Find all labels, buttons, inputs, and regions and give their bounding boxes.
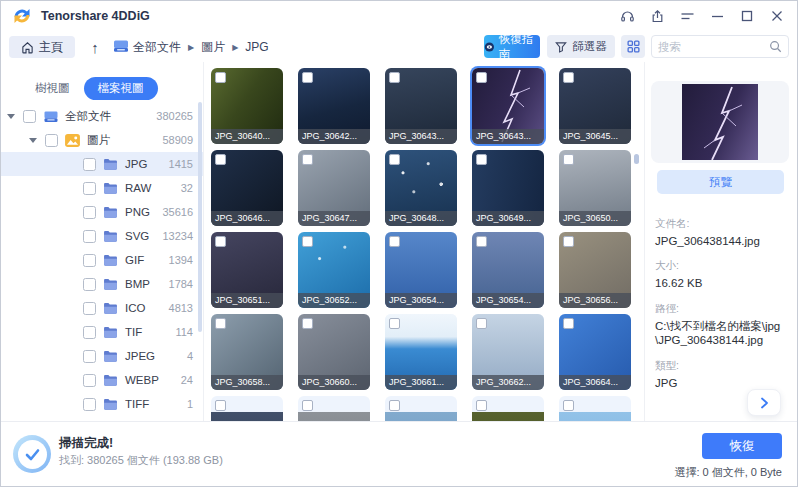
file-card[interactable]: JPG_30654... (385, 232, 457, 308)
file-card[interactable]: JPG_30642... (298, 68, 370, 144)
file-card[interactable] (211, 396, 283, 421)
file-checkbox[interactable] (476, 154, 487, 165)
file-card[interactable]: JPG_30640... (211, 68, 283, 144)
file-card[interactable] (298, 396, 370, 421)
file-checkbox[interactable] (563, 318, 574, 329)
tree-item-svg[interactable]: SVG13234 (1, 224, 203, 248)
file-card[interactable]: JPG_30662... (472, 314, 544, 390)
file-checkbox[interactable] (389, 72, 400, 83)
file-card[interactable]: JPG_30651... (211, 232, 283, 308)
file-checkbox[interactable] (215, 236, 226, 247)
home-button[interactable]: 主頁 (9, 36, 75, 58)
tree-checkbox[interactable] (83, 158, 96, 171)
tree-item-tiff[interactable]: TIFF1 (1, 392, 203, 416)
tree-checkbox[interactable] (83, 302, 96, 315)
file-checkbox[interactable] (302, 318, 313, 329)
file-card[interactable] (559, 396, 631, 421)
search-icon[interactable] (769, 40, 782, 53)
file-card[interactable]: JPG_30650... (559, 150, 631, 226)
tree-checkbox[interactable] (83, 326, 96, 339)
close-button[interactable] (765, 4, 789, 28)
tab-file-view[interactable]: 檔案視圖 (84, 77, 158, 100)
tree-item-jpeg[interactable]: JPEG4 (1, 344, 203, 368)
next-page-button[interactable] (747, 389, 781, 416)
search-input[interactable] (658, 41, 769, 53)
file-card[interactable]: JPG_30654... (472, 232, 544, 308)
file-checkbox[interactable] (215, 154, 226, 165)
tree-checkbox[interactable] (83, 206, 96, 219)
support-headset-icon[interactable] (615, 4, 639, 28)
tree-checkbox[interactable] (45, 134, 58, 147)
tree-item-gif[interactable]: GIF1394 (1, 248, 203, 272)
file-card[interactable]: JPG_30647... (298, 150, 370, 226)
tab-tree-view[interactable]: 樹視圖 (21, 77, 84, 100)
file-checkbox[interactable] (215, 400, 226, 411)
preview-button[interactable]: 預覽 (657, 170, 784, 194)
tree-item-ico[interactable]: ICO4813 (1, 296, 203, 320)
file-checkbox[interactable] (302, 154, 313, 165)
tree-item-pictures[interactable]: 圖片58909 (1, 128, 203, 152)
file-card[interactable]: JPG_30646... (211, 150, 283, 226)
file-card[interactable]: JPG_30652... (298, 232, 370, 308)
tree-checkbox[interactable] (83, 350, 96, 363)
minimize-button[interactable] (705, 4, 729, 28)
grid-scrollbar[interactable] (634, 154, 639, 164)
file-card[interactable]: JPG_30661... (385, 314, 457, 390)
file-checkbox[interactable] (563, 154, 574, 165)
file-card[interactable]: JPG_30648... (385, 150, 457, 226)
file-checkbox[interactable] (389, 236, 400, 247)
file-checkbox[interactable] (215, 318, 226, 329)
file-card[interactable]: JPG_30660... (298, 314, 370, 390)
file-card[interactable]: JPG_30643... (385, 68, 457, 144)
file-checkbox[interactable] (563, 72, 574, 83)
file-checkbox[interactable] (215, 72, 226, 83)
file-checkbox[interactable] (563, 236, 574, 247)
file-card[interactable] (385, 396, 457, 421)
file-card[interactable]: JPG_30658... (211, 314, 283, 390)
navigate-up-button[interactable]: ↑ (85, 36, 105, 58)
tree-item-bmp[interactable]: BMP1784 (1, 272, 203, 296)
breadcrumb-all-files[interactable]: 全部文件 (133, 39, 181, 56)
maximize-button[interactable] (735, 4, 759, 28)
file-card[interactable]: JPG_30645... (559, 68, 631, 144)
tree-checkbox[interactable] (83, 182, 96, 195)
breadcrumb-jpg[interactable]: JPG (245, 40, 268, 54)
menu-icon[interactable] (675, 4, 699, 28)
file-card[interactable]: JPG_30649... (472, 150, 544, 226)
recovery-guide-button[interactable]: 恢復指南 (484, 35, 540, 58)
tree-checkbox[interactable] (23, 110, 36, 123)
file-checkbox[interactable] (563, 400, 574, 411)
tree-checkbox[interactable] (83, 374, 96, 387)
file-checkbox[interactable] (476, 72, 487, 83)
recover-button[interactable]: 恢復 (702, 433, 782, 459)
tree-item-png[interactable]: PNG35616 (1, 200, 203, 224)
filter-button[interactable]: 篩選器 (547, 35, 615, 58)
file-checkbox[interactable] (302, 236, 313, 247)
tree-checkbox[interactable] (83, 230, 96, 243)
file-checkbox[interactable] (302, 72, 313, 83)
file-checkbox[interactable] (476, 236, 487, 247)
share-icon[interactable] (645, 4, 669, 28)
caret-down-icon[interactable] (29, 137, 37, 143)
tree-item-all-files[interactable]: 全部文件380265 (1, 104, 203, 128)
file-card[interactable] (472, 396, 544, 421)
file-checkbox[interactable] (476, 318, 487, 329)
tree-item-jpg[interactable]: JPG1415 (1, 152, 203, 176)
tree-checkbox[interactable] (83, 278, 96, 291)
file-card[interactable]: JPG_30656... (559, 232, 631, 308)
tree-item-tif[interactable]: TIF114 (1, 320, 203, 344)
tree-checkbox[interactable] (83, 398, 96, 411)
file-checkbox[interactable] (302, 400, 313, 411)
caret-down-icon[interactable] (7, 113, 15, 119)
file-checkbox[interactable] (389, 400, 400, 411)
tree-item-raw[interactable]: RAW32 (1, 176, 203, 200)
file-card[interactable]: JPG_30643... (472, 68, 544, 144)
sidebar-scrollbar[interactable] (198, 102, 202, 332)
file-checkbox[interactable] (389, 154, 400, 165)
tree-checkbox[interactable] (83, 254, 96, 267)
grid-view-button[interactable] (621, 35, 645, 58)
file-card[interactable]: JPG_30664... (559, 314, 631, 390)
file-checkbox[interactable] (389, 318, 400, 329)
tree-item-webp[interactable]: WEBP24 (1, 368, 203, 392)
breadcrumb-pictures[interactable]: 圖片 (201, 39, 225, 56)
